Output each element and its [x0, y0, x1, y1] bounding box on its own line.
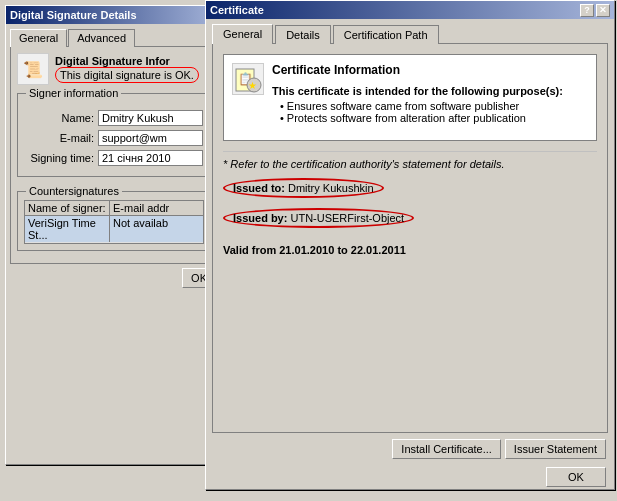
cert-window: Certificate ? ✕ General Details Certific…: [205, 0, 615, 490]
signing-label: Signing time:: [24, 152, 94, 164]
table-row[interactable]: VeriSign Time St... Not availab: [25, 216, 203, 243]
cert-icon: 📋 ★: [232, 63, 264, 95]
issued-to-row: Issued to: Dmitry Kukushkin: [223, 178, 597, 198]
signing-value: 21 січня 2010: [98, 150, 203, 166]
name-label: Name:: [24, 112, 94, 124]
cert-tab-certification-path[interactable]: Certification Path: [333, 25, 439, 44]
issued-by-row: Issued by: UTN-USERFirst-Object: [223, 208, 597, 228]
cert-refer: * Refer to the certification authority's…: [223, 151, 597, 170]
signer-groupbox: Signer information Name: Dmitry Kukush E…: [17, 93, 211, 177]
signing-row: Signing time: 21 січня 2010: [24, 150, 204, 166]
dsd-tab-advanced[interactable]: Advanced: [68, 29, 135, 47]
valid-from-label: Valid from: [223, 244, 276, 256]
purpose-1: Ensures software came from software publ…: [280, 100, 588, 112]
cert-ok-button[interactable]: OK: [546, 467, 606, 487]
sig-status: This digital signature is OK.: [55, 67, 199, 83]
email-row: E-mail: support@wm: [24, 130, 204, 146]
dsd-tab-general[interactable]: General: [10, 29, 67, 47]
issued-to-label: Issued to:: [233, 182, 285, 194]
install-cert-button[interactable]: Install Certificate...: [392, 439, 500, 459]
countersig-table: Name of signer: E-mail addr VeriSign Tim…: [24, 200, 204, 244]
issued-to-value: Dmitry Kukushkin: [288, 182, 374, 194]
col-email-header: E-mail addr: [110, 201, 190, 215]
cert-info-box: 📋 ★ Certificate Information This certifi…: [223, 54, 597, 141]
signer-section-title: Signer information: [26, 87, 121, 99]
titlebar-buttons: ? ✕: [580, 4, 610, 17]
issuer-statement-button[interactable]: Issuer Statement: [505, 439, 606, 459]
cert-tab-bar: General Details Certification Path: [206, 19, 614, 43]
issued-by-label: Issued by:: [233, 212, 287, 224]
name-value: Dmitry Kukush: [98, 110, 203, 126]
valid-to-label: to: [337, 244, 347, 256]
cert-info-content: Certificate Information This certificate…: [272, 63, 588, 132]
close-button[interactable]: ✕: [596, 4, 610, 17]
purpose-2: Protects software from alteration after …: [280, 112, 588, 124]
issued-by-highlight: Issued by: UTN-USERFirst-Object: [223, 208, 414, 228]
valid-to-date: 22.01.2011: [351, 244, 406, 256]
purpose-heading: This certificate is intended for the fol…: [272, 85, 588, 97]
row-email: Not availab: [110, 216, 190, 242]
col-signer-header: Name of signer:: [25, 201, 110, 215]
countersig-title: Countersignatures: [26, 185, 122, 197]
cert-info-title: Certificate Information: [272, 63, 588, 77]
email-value: support@wm: [98, 130, 203, 146]
sig-info-text: Digital Signature Infor This digital sig…: [55, 55, 199, 83]
cert-tab-details[interactable]: Details: [275, 25, 331, 44]
dsd-title: Digital Signature Details: [10, 9, 137, 21]
dsd-window: Digital Signature Details General Advanc…: [5, 5, 223, 465]
cert-titlebar: Certificate ? ✕: [206, 1, 614, 19]
sig-title: Digital Signature Infor: [55, 55, 199, 67]
help-button[interactable]: ?: [580, 4, 594, 17]
cert-title: Certificate: [210, 4, 264, 16]
cert-valid: Valid from 21.01.2010 to 22.01.2011: [223, 244, 597, 256]
dsd-tab-general-content: 📜 Digital Signature Infor This digital s…: [10, 46, 218, 264]
issued-by-value: UTN-USERFirst-Object: [290, 212, 404, 224]
row-signer: VeriSign Time St...: [25, 216, 110, 242]
cert-purposes: This certificate is intended for the fol…: [272, 85, 588, 124]
table-header: Name of signer: E-mail addr: [25, 201, 203, 216]
cert-tab-general[interactable]: General: [212, 24, 273, 44]
email-label: E-mail:: [24, 132, 94, 144]
sig-info-area: 📜 Digital Signature Infor This digital s…: [17, 53, 211, 85]
countersig-groupbox: Countersignatures Name of signer: E-mail…: [17, 191, 211, 251]
svg-text:★: ★: [248, 80, 257, 91]
dsd-titlebar: Digital Signature Details: [6, 6, 222, 24]
dsd-tab-bar: General Advanced: [6, 24, 222, 46]
valid-from-date: 21.01.2010: [279, 244, 334, 256]
sig-icon: 📜: [17, 53, 49, 85]
name-row: Name: Dmitry Kukush: [24, 110, 204, 126]
dsd-bottom-row: OK: [6, 264, 222, 292]
issued-to-highlight: Issued to: Dmitry Kukushkin: [223, 178, 384, 198]
